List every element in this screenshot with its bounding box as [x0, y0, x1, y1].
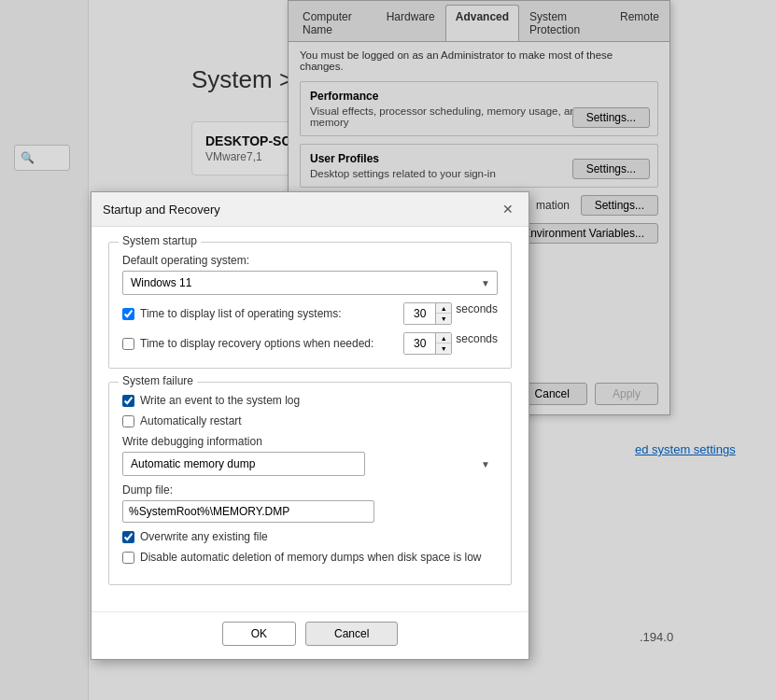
debug-dropdown-select[interactable]: Automatic memory dump: [122, 452, 365, 476]
system-startup-label: System startup: [119, 234, 201, 247]
dump-file-label: Dump file:: [122, 483, 498, 497]
system-failure-section: System failure Write an event to the sys…: [108, 382, 512, 585]
disable-auto-delete-checkbox[interactable]: [122, 552, 134, 564]
default-os-row: Default operating system: Windows 11 ▼: [122, 254, 498, 295]
write-event-row: Write an event to the system log: [122, 394, 498, 407]
os-list-spin-up[interactable]: ▲: [436, 303, 451, 314]
close-icon: ✕: [502, 202, 514, 217]
startup-recovery-dialog: Startup and Recovery ✕ System startup De…: [91, 191, 529, 660]
recovery-spin-down[interactable]: ▼: [436, 343, 451, 354]
dump-file-input[interactable]: [122, 500, 374, 523]
startup-close-button[interactable]: ✕: [499, 200, 517, 218]
default-os-label: Default operating system:: [122, 254, 498, 267]
recovery-spinner: ▲ ▼ seconds: [403, 332, 498, 355]
os-list-spinner-input[interactable]: [404, 303, 436, 324]
display-os-list-label: Time to display list of operating system…: [140, 307, 342, 320]
display-recovery-row: Time to display recovery options when ne…: [122, 332, 498, 355]
overwrite-file-row: Overwrite any existing file: [122, 530, 498, 543]
display-recovery-checkbox[interactable]: [122, 338, 134, 350]
overwrite-file-checkbox[interactable]: [122, 531, 134, 543]
disable-auto-delete-label: Disable automatic deletion of memory dum…: [140, 551, 482, 564]
recovery-spin-arrows: ▲ ▼: [436, 333, 451, 354]
os-list-spinner: ▲ ▼ seconds: [403, 302, 498, 325]
startup-dialog-title: Startup and Recovery: [103, 203, 220, 217]
os-list-seconds: seconds: [456, 302, 498, 325]
startup-cancel-button[interactable]: Cancel: [305, 622, 398, 646]
auto-restart-row: Automatically restart: [122, 414, 498, 427]
default-os-select[interactable]: Windows 11: [122, 271, 498, 295]
recovery-spin-up[interactable]: ▲: [436, 333, 451, 343]
debug-dropdown-wrapper: Automatic memory dump ▼: [122, 452, 498, 476]
debug-info-label: Write debugging information: [122, 435, 498, 448]
write-event-label: Write an event to the system log: [140, 394, 300, 407]
overwrite-file-label: Overwrite any existing file: [140, 530, 268, 543]
display-os-list-checkbox[interactable]: [122, 308, 134, 320]
recovery-seconds: seconds: [456, 332, 498, 355]
auto-restart-checkbox[interactable]: [122, 415, 134, 427]
os-list-spinner-combo: ▲ ▼: [403, 302, 452, 325]
startup-ok-button[interactable]: OK: [222, 622, 296, 646]
os-list-spin-down[interactable]: ▼: [436, 314, 451, 324]
disable-auto-delete-row: Disable automatic deletion of memory dum…: [122, 551, 498, 564]
system-startup-section: System startup Default operating system:…: [108, 242, 512, 369]
debug-info-row: Write debugging information Automatic me…: [122, 435, 498, 476]
write-event-checkbox[interactable]: [122, 395, 134, 407]
recovery-spinner-combo: ▲ ▼: [403, 332, 452, 355]
os-list-spin-arrows: ▲ ▼: [436, 303, 451, 324]
startup-footer: OK Cancel: [92, 611, 528, 659]
display-recovery-label: Time to display recovery options when ne…: [140, 337, 373, 350]
startup-body: System startup Default operating system:…: [92, 227, 528, 611]
default-os-dropdown-wrapper: Windows 11 ▼: [122, 271, 498, 295]
debug-dropdown-arrow-icon: ▼: [481, 459, 490, 469]
system-failure-label: System failure: [119, 374, 197, 387]
auto-restart-label: Automatically restart: [140, 414, 242, 427]
startup-titlebar: Startup and Recovery ✕: [92, 192, 528, 227]
recovery-spinner-input[interactable]: [404, 333, 436, 354]
display-os-list-row: Time to display list of operating system…: [122, 302, 498, 325]
dump-file-row: Dump file:: [122, 483, 498, 523]
